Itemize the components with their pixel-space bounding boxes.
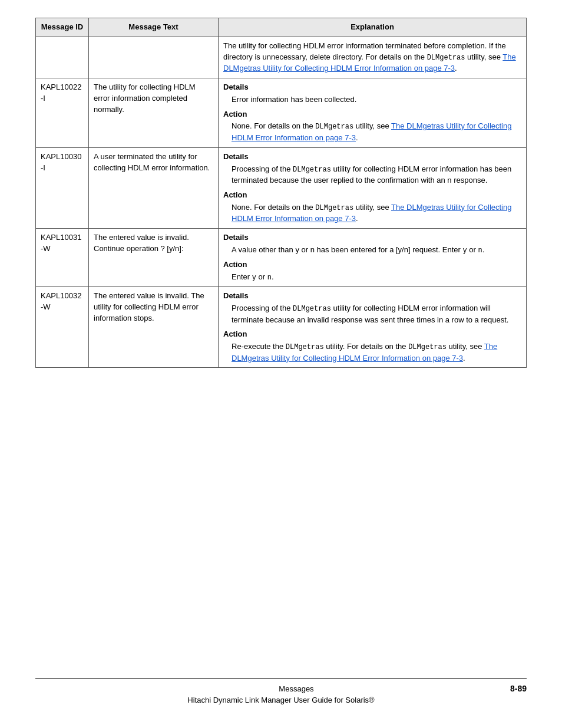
section-details-label: Details bbox=[223, 82, 521, 93]
section-action-content: Enter y or n. bbox=[223, 272, 521, 283]
code-y: y bbox=[252, 274, 256, 282]
code-dlmgetras: DLMgetras bbox=[315, 123, 353, 131]
section-details-content: Error information has been collected. bbox=[223, 94, 521, 106]
cell-explanation: Details Processing of the DLMgetras util… bbox=[219, 287, 527, 368]
section-action-content: Re-execute the DLMgetras utility. For de… bbox=[223, 341, 521, 364]
table-row: KAPL10032 -W The entered value is invali… bbox=[36, 287, 527, 368]
cell-id: KAPL10030 -I bbox=[36, 147, 89, 228]
page-footer: Messages 8-89 Hitachi Dynamic Link Manag… bbox=[35, 678, 527, 704]
section-details-label: Details bbox=[223, 151, 521, 163]
header-explanation: Explanation bbox=[219, 18, 527, 37]
section-action-label: Action bbox=[223, 329, 521, 340]
cell-text: The entered value is invalid. Continue o… bbox=[89, 228, 219, 286]
link-dlmgetras-7-3[interactable]: The DLMgetras Utility for Collecting HDL… bbox=[232, 342, 497, 362]
section-action-label: Action bbox=[223, 190, 521, 201]
cell-id: KAPL10031 -W bbox=[36, 228, 89, 286]
section-action-label: Action bbox=[223, 109, 521, 120]
code-y: y bbox=[462, 246, 467, 255]
table-row: KAPL10031 -W The entered value is invali… bbox=[36, 228, 527, 286]
section-details-label: Details bbox=[223, 232, 521, 243]
footer-page-number: 8-89 bbox=[510, 684, 527, 693]
table-row: The utility for collecting HDLM error in… bbox=[36, 37, 527, 78]
code-n: n bbox=[478, 246, 482, 255]
link-dlmgetras-7-3[interactable]: The DLMgetras Utility for Collecting HDL… bbox=[223, 52, 516, 73]
code-dlmgetras: DLMgetras bbox=[293, 166, 331, 174]
table-row: KAPL10022 -I The utility for collecting … bbox=[36, 78, 527, 147]
cell-id: KAPL10032 -W bbox=[36, 287, 89, 368]
section-details-content: A value other than y or n has been enter… bbox=[223, 245, 521, 256]
section-details-label: Details bbox=[223, 291, 521, 302]
header-text: Message Text bbox=[89, 18, 219, 37]
section-action-label: Action bbox=[223, 259, 521, 271]
section-details-content: Processing of the DLMgetras utility for … bbox=[223, 164, 521, 186]
link-dlmgetras-7-3[interactable]: The DLMgetras Utility for Collecting HDL… bbox=[232, 203, 511, 223]
cell-explanation: The utility for collecting HDLM error in… bbox=[219, 37, 527, 78]
cell-id bbox=[36, 37, 89, 78]
footer-subtitle: Hitachi Dynamic Link Manager User Guide … bbox=[35, 696, 527, 704]
cell-text: The utility for collecting HDLM error in… bbox=[89, 78, 219, 147]
header-id: Message ID bbox=[36, 18, 89, 37]
link-dlmgetras-7-3[interactable]: The DLMgetras Utility for Collecting HDL… bbox=[232, 121, 511, 141]
main-table: Message ID Message Text Explanation The … bbox=[35, 18, 527, 368]
cell-text: The entered value is invalid. The utilit… bbox=[89, 287, 219, 368]
table-row: KAPL10030 -I A user terminated the utili… bbox=[36, 147, 527, 228]
code-dlmgetras: DLMgetras bbox=[408, 343, 447, 351]
footer-center: Messages bbox=[82, 684, 510, 693]
section-action-content: None. For details on the DLMgetras utili… bbox=[223, 202, 521, 225]
section-action-content: None. For details on the DLMgetras utili… bbox=[223, 121, 521, 143]
cell-id: KAPL10022 -I bbox=[36, 78, 89, 147]
cell-text bbox=[89, 37, 219, 78]
page-container: Message ID Message Text Explanation The … bbox=[0, 0, 562, 728]
code-dlmgetras: DLMgetras bbox=[315, 204, 353, 212]
code-dlmgetras: DLMgetras bbox=[286, 343, 324, 351]
cell-explanation: Details Processing of the DLMgetras util… bbox=[219, 147, 527, 228]
cell-explanation: Details Error information has been colle… bbox=[219, 78, 527, 147]
cell-text: A user terminated the utility for collec… bbox=[89, 147, 219, 228]
code-n: n bbox=[267, 274, 272, 282]
cell-explanation: Details A value other than y or n has be… bbox=[219, 228, 527, 286]
code-dlmgetras: DLMgetras bbox=[427, 54, 465, 62]
section-details-content: Processing of the DLMgetras utility for … bbox=[223, 303, 521, 325]
code-dlmgetras: DLMgetras bbox=[293, 305, 331, 313]
